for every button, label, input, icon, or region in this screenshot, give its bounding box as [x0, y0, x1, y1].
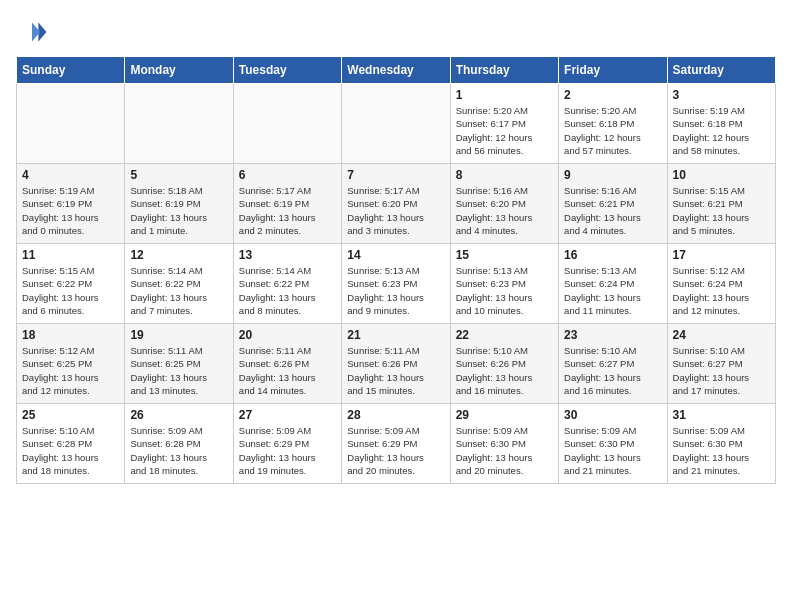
day-number: 12	[130, 248, 227, 262]
day-info: Sunrise: 5:20 AM Sunset: 6:17 PM Dayligh…	[456, 104, 553, 157]
calendar-cell: 6Sunrise: 5:17 AM Sunset: 6:19 PM Daylig…	[233, 164, 341, 244]
day-info: Sunrise: 5:19 AM Sunset: 6:19 PM Dayligh…	[22, 184, 119, 237]
day-number: 30	[564, 408, 661, 422]
weekday-header-saturday: Saturday	[667, 57, 775, 84]
day-info: Sunrise: 5:13 AM Sunset: 6:23 PM Dayligh…	[456, 264, 553, 317]
day-number: 3	[673, 88, 770, 102]
day-info: Sunrise: 5:11 AM Sunset: 6:26 PM Dayligh…	[239, 344, 336, 397]
weekday-header-monday: Monday	[125, 57, 233, 84]
calendar-cell: 5Sunrise: 5:18 AM Sunset: 6:19 PM Daylig…	[125, 164, 233, 244]
calendar-cell: 27Sunrise: 5:09 AM Sunset: 6:29 PM Dayli…	[233, 404, 341, 484]
day-number: 26	[130, 408, 227, 422]
day-number: 9	[564, 168, 661, 182]
calendar-table: SundayMondayTuesdayWednesdayThursdayFrid…	[16, 56, 776, 484]
day-info: Sunrise: 5:12 AM Sunset: 6:25 PM Dayligh…	[22, 344, 119, 397]
day-number: 2	[564, 88, 661, 102]
day-info: Sunrise: 5:10 AM Sunset: 6:28 PM Dayligh…	[22, 424, 119, 477]
day-number: 28	[347, 408, 444, 422]
day-number: 6	[239, 168, 336, 182]
day-number: 16	[564, 248, 661, 262]
day-number: 22	[456, 328, 553, 342]
calendar-cell: 29Sunrise: 5:09 AM Sunset: 6:30 PM Dayli…	[450, 404, 558, 484]
day-number: 5	[130, 168, 227, 182]
calendar-cell: 26Sunrise: 5:09 AM Sunset: 6:28 PM Dayli…	[125, 404, 233, 484]
calendar-cell: 25Sunrise: 5:10 AM Sunset: 6:28 PM Dayli…	[17, 404, 125, 484]
calendar-cell: 7Sunrise: 5:17 AM Sunset: 6:20 PM Daylig…	[342, 164, 450, 244]
page-header	[16, 16, 776, 48]
weekday-header-tuesday: Tuesday	[233, 57, 341, 84]
day-number: 21	[347, 328, 444, 342]
calendar-cell: 28Sunrise: 5:09 AM Sunset: 6:29 PM Dayli…	[342, 404, 450, 484]
day-info: Sunrise: 5:20 AM Sunset: 6:18 PM Dayligh…	[564, 104, 661, 157]
day-number: 31	[673, 408, 770, 422]
calendar-cell: 12Sunrise: 5:14 AM Sunset: 6:22 PM Dayli…	[125, 244, 233, 324]
calendar-cell	[125, 84, 233, 164]
calendar-cell: 3Sunrise: 5:19 AM Sunset: 6:18 PM Daylig…	[667, 84, 775, 164]
calendar-cell: 14Sunrise: 5:13 AM Sunset: 6:23 PM Dayli…	[342, 244, 450, 324]
day-number: 29	[456, 408, 553, 422]
calendar-cell	[342, 84, 450, 164]
calendar-cell: 21Sunrise: 5:11 AM Sunset: 6:26 PM Dayli…	[342, 324, 450, 404]
calendar-cell: 9Sunrise: 5:16 AM Sunset: 6:21 PM Daylig…	[559, 164, 667, 244]
day-info: Sunrise: 5:09 AM Sunset: 6:28 PM Dayligh…	[130, 424, 227, 477]
day-info: Sunrise: 5:17 AM Sunset: 6:19 PM Dayligh…	[239, 184, 336, 237]
day-number: 27	[239, 408, 336, 422]
day-info: Sunrise: 5:09 AM Sunset: 6:30 PM Dayligh…	[564, 424, 661, 477]
calendar-cell: 19Sunrise: 5:11 AM Sunset: 6:25 PM Dayli…	[125, 324, 233, 404]
day-info: Sunrise: 5:17 AM Sunset: 6:20 PM Dayligh…	[347, 184, 444, 237]
day-number: 14	[347, 248, 444, 262]
day-info: Sunrise: 5:09 AM Sunset: 6:29 PM Dayligh…	[239, 424, 336, 477]
calendar-cell: 15Sunrise: 5:13 AM Sunset: 6:23 PM Dayli…	[450, 244, 558, 324]
weekday-header-sunday: Sunday	[17, 57, 125, 84]
day-number: 18	[22, 328, 119, 342]
calendar-cell: 10Sunrise: 5:15 AM Sunset: 6:21 PM Dayli…	[667, 164, 775, 244]
day-info: Sunrise: 5:09 AM Sunset: 6:30 PM Dayligh…	[673, 424, 770, 477]
day-number: 23	[564, 328, 661, 342]
day-info: Sunrise: 5:09 AM Sunset: 6:29 PM Dayligh…	[347, 424, 444, 477]
day-info: Sunrise: 5:15 AM Sunset: 6:22 PM Dayligh…	[22, 264, 119, 317]
day-info: Sunrise: 5:14 AM Sunset: 6:22 PM Dayligh…	[239, 264, 336, 317]
calendar-cell: 4Sunrise: 5:19 AM Sunset: 6:19 PM Daylig…	[17, 164, 125, 244]
day-info: Sunrise: 5:13 AM Sunset: 6:24 PM Dayligh…	[564, 264, 661, 317]
day-info: Sunrise: 5:10 AM Sunset: 6:27 PM Dayligh…	[673, 344, 770, 397]
day-number: 25	[22, 408, 119, 422]
calendar-cell: 8Sunrise: 5:16 AM Sunset: 6:20 PM Daylig…	[450, 164, 558, 244]
day-number: 1	[456, 88, 553, 102]
day-info: Sunrise: 5:11 AM Sunset: 6:26 PM Dayligh…	[347, 344, 444, 397]
day-number: 13	[239, 248, 336, 262]
day-number: 8	[456, 168, 553, 182]
logo-icon	[16, 16, 48, 48]
calendar-cell: 13Sunrise: 5:14 AM Sunset: 6:22 PM Dayli…	[233, 244, 341, 324]
calendar-cell: 31Sunrise: 5:09 AM Sunset: 6:30 PM Dayli…	[667, 404, 775, 484]
day-info: Sunrise: 5:15 AM Sunset: 6:21 PM Dayligh…	[673, 184, 770, 237]
calendar-cell: 11Sunrise: 5:15 AM Sunset: 6:22 PM Dayli…	[17, 244, 125, 324]
day-info: Sunrise: 5:13 AM Sunset: 6:23 PM Dayligh…	[347, 264, 444, 317]
calendar-cell: 17Sunrise: 5:12 AM Sunset: 6:24 PM Dayli…	[667, 244, 775, 324]
logo	[16, 16, 52, 48]
calendar-cell	[233, 84, 341, 164]
day-number: 10	[673, 168, 770, 182]
calendar-cell: 23Sunrise: 5:10 AM Sunset: 6:27 PM Dayli…	[559, 324, 667, 404]
calendar-cell: 2Sunrise: 5:20 AM Sunset: 6:18 PM Daylig…	[559, 84, 667, 164]
day-info: Sunrise: 5:10 AM Sunset: 6:26 PM Dayligh…	[456, 344, 553, 397]
calendar-cell: 30Sunrise: 5:09 AM Sunset: 6:30 PM Dayli…	[559, 404, 667, 484]
day-info: Sunrise: 5:12 AM Sunset: 6:24 PM Dayligh…	[673, 264, 770, 317]
weekday-header-friday: Friday	[559, 57, 667, 84]
weekday-header-thursday: Thursday	[450, 57, 558, 84]
day-info: Sunrise: 5:11 AM Sunset: 6:25 PM Dayligh…	[130, 344, 227, 397]
day-info: Sunrise: 5:16 AM Sunset: 6:20 PM Dayligh…	[456, 184, 553, 237]
calendar-cell: 22Sunrise: 5:10 AM Sunset: 6:26 PM Dayli…	[450, 324, 558, 404]
calendar-cell: 1Sunrise: 5:20 AM Sunset: 6:17 PM Daylig…	[450, 84, 558, 164]
day-number: 15	[456, 248, 553, 262]
calendar-cell: 20Sunrise: 5:11 AM Sunset: 6:26 PM Dayli…	[233, 324, 341, 404]
day-number: 4	[22, 168, 119, 182]
day-info: Sunrise: 5:10 AM Sunset: 6:27 PM Dayligh…	[564, 344, 661, 397]
day-info: Sunrise: 5:19 AM Sunset: 6:18 PM Dayligh…	[673, 104, 770, 157]
day-info: Sunrise: 5:09 AM Sunset: 6:30 PM Dayligh…	[456, 424, 553, 477]
calendar-cell: 24Sunrise: 5:10 AM Sunset: 6:27 PM Dayli…	[667, 324, 775, 404]
calendar-cell: 16Sunrise: 5:13 AM Sunset: 6:24 PM Dayli…	[559, 244, 667, 324]
day-number: 17	[673, 248, 770, 262]
day-number: 20	[239, 328, 336, 342]
weekday-header-wednesday: Wednesday	[342, 57, 450, 84]
day-number: 11	[22, 248, 119, 262]
